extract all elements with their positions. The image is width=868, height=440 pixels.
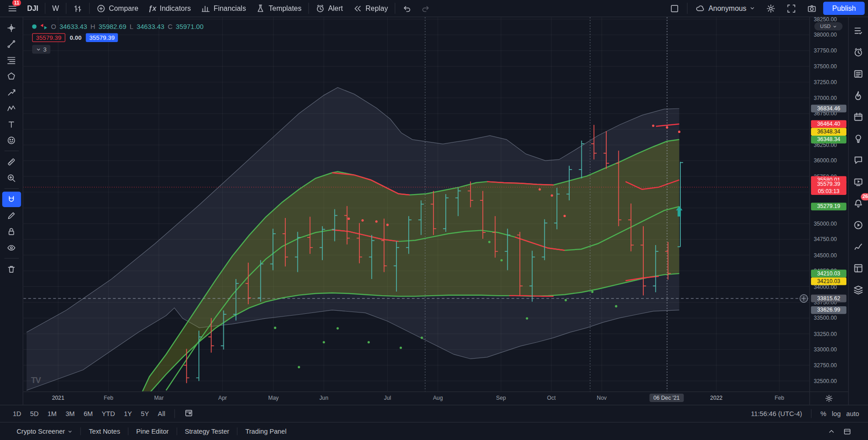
time-tick: Mar: [154, 395, 164, 401]
panel-layout-icon[interactable]: [843, 427, 851, 435]
financials-button[interactable]: Financials: [196, 1, 250, 15]
price-axis[interactable]: USD 38250.0038000.0037750.0037500.003725…: [809, 17, 848, 392]
calendar-panel-icon[interactable]: [851, 110, 866, 123]
pattern-tool[interactable]: [2, 68, 21, 84]
range-5d[interactable]: 5D: [26, 408, 42, 419]
hide-drawings-tool[interactable]: [2, 240, 21, 255]
panel-tab-strategy-tester[interactable]: Strategy Tester: [177, 425, 237, 437]
undo-button[interactable]: [397, 1, 415, 15]
axis-settings-button[interactable]: [809, 392, 848, 405]
alert-price-chip-blue[interactable]: 35579.39: [86, 33, 118, 42]
streams-panel-icon[interactable]: [851, 175, 866, 188]
indicators-button[interactable]: ƒx Indicators: [144, 2, 195, 14]
chats-panel-icon[interactable]: [851, 153, 866, 166]
clock-utc[interactable]: 11:56:46 (UTC-4): [751, 410, 802, 417]
smiley-icon: [7, 135, 16, 145]
ruler-icon: [7, 157, 16, 166]
compare-button[interactable]: Compare: [92, 1, 143, 15]
drawing-mode-tool[interactable]: [2, 208, 21, 223]
expand-panel-icon[interactable]: [828, 427, 835, 435]
object-tree-panel-icon[interactable]: [851, 240, 866, 253]
right-panel-rail: 26: [848, 17, 868, 405]
sar-dot-green: [336, 327, 339, 330]
price-tick: 38000.00: [814, 32, 837, 38]
go-to-date-button[interactable]: [181, 407, 198, 421]
price-tick: 34750.00: [814, 237, 837, 242]
percent-scale-button[interactable]: %: [821, 410, 826, 417]
collapsed-indicators-button[interactable]: 3: [32, 45, 51, 54]
trend-line-tool[interactable]: [2, 36, 21, 52]
pencil-icon: [7, 211, 16, 220]
interval-button[interactable]: W: [48, 2, 64, 14]
panel-tab-pine-editor[interactable]: Pine Editor: [128, 425, 176, 437]
account-button[interactable]: Anonymous: [691, 1, 760, 15]
zoom-in-tool[interactable]: [2, 170, 21, 185]
price-tick: 33250.00: [814, 331, 837, 336]
sar-dot-red: [678, 131, 680, 133]
range-6m[interactable]: 6M: [80, 408, 97, 419]
data-window-panel-icon[interactable]: [851, 261, 866, 274]
alerts-panel-icon[interactable]: [851, 45, 866, 58]
watchlist-panel-icon[interactable]: [851, 24, 866, 37]
drawing-toolbar: [0, 17, 23, 405]
chart-pane[interactable]: O34633.43 H35982.69 L34633.43 C35971.00 …: [23, 17, 809, 392]
notifications-panel-icon[interactable]: 26: [851, 197, 866, 210]
zigzag-icon: [7, 103, 16, 113]
layout-button[interactable]: [665, 1, 683, 15]
emoji-tool[interactable]: [2, 132, 21, 148]
range-1m[interactable]: 1M: [43, 408, 61, 419]
alert-price-chip[interactable]: 35579.39: [32, 33, 65, 42]
publish-button[interactable]: Publish: [823, 2, 864, 15]
tradingview-logo[interactable]: TV: [31, 375, 41, 385]
xabcd-pattern-tool[interactable]: [2, 100, 21, 116]
settings-button[interactable]: [762, 1, 780, 15]
layers-panel-icon[interactable]: [851, 283, 866, 296]
panel-tab-text-notes[interactable]: Text Notes: [81, 425, 128, 437]
prediction-tool[interactable]: [2, 84, 21, 99]
chart-style-button[interactable]: [68, 1, 86, 15]
fullscreen-button[interactable]: [783, 1, 801, 15]
range-3m[interactable]: 3M: [61, 408, 79, 419]
fx-icon: ƒx: [148, 4, 156, 12]
redo-button[interactable]: [417, 1, 435, 15]
news-panel-icon[interactable]: [851, 67, 866, 80]
lock-drawings-tool[interactable]: [2, 224, 21, 239]
templates-button[interactable]: Templates: [251, 1, 306, 15]
fib-retracement-tool[interactable]: [2, 52, 21, 67]
annotation-tool[interactable]: [2, 116, 21, 132]
sar-dot-green: [526, 317, 528, 320]
main-menu-button[interactable]: 11: [3, 1, 21, 15]
panel-tab-crypto-screener[interactable]: Crypto Screener: [9, 425, 80, 437]
divider: [175, 409, 175, 418]
range-ytd[interactable]: YTD: [98, 408, 119, 419]
price-label-red: 36464.40: [811, 120, 846, 128]
range-all[interactable]: All: [154, 408, 169, 419]
price-tick: 34500.00: [814, 252, 837, 258]
price-tick: 37750.00: [814, 47, 837, 53]
log-scale-button[interactable]: log: [832, 410, 841, 417]
magnet-tool[interactable]: [2, 192, 21, 207]
time-axis[interactable]: 2021FebMarAprMayJunJulAugSepOctNov2022Fe…: [23, 392, 809, 405]
measure-tool[interactable]: [2, 154, 21, 169]
price-chart[interactable]: [23, 17, 809, 392]
replay-button[interactable]: Replay: [349, 1, 392, 15]
auto-scale-button[interactable]: auto: [846, 410, 859, 417]
range-5y[interactable]: 5Y: [137, 408, 153, 419]
price-label-yellow: 34210.03: [811, 277, 846, 285]
screenshot-button[interactable]: [803, 1, 821, 15]
divider: [395, 3, 395, 14]
fib-icon: [7, 55, 16, 65]
range-1y[interactable]: 1Y: [120, 408, 136, 419]
symbol-button[interactable]: DJI: [23, 2, 42, 14]
crosshair-tool[interactable]: [2, 20, 21, 35]
currency-selector[interactable]: USD: [814, 22, 842, 30]
panel-tab-trading-panel[interactable]: Trading Panel: [238, 425, 294, 437]
hotlists-panel-icon[interactable]: [851, 89, 866, 102]
alert-button[interactable]: Alert: [311, 1, 347, 15]
ideas-panel-icon[interactable]: [851, 132, 866, 145]
layout-icon: [670, 4, 679, 13]
remove-drawings-tool[interactable]: [2, 261, 21, 277]
range-1d[interactable]: 1D: [9, 408, 25, 419]
tutorials-panel-icon[interactable]: [851, 218, 866, 231]
legend-ohlc-row[interactable]: O34633.43 H35982.69 L34633.43 C35971.00: [32, 21, 203, 32]
